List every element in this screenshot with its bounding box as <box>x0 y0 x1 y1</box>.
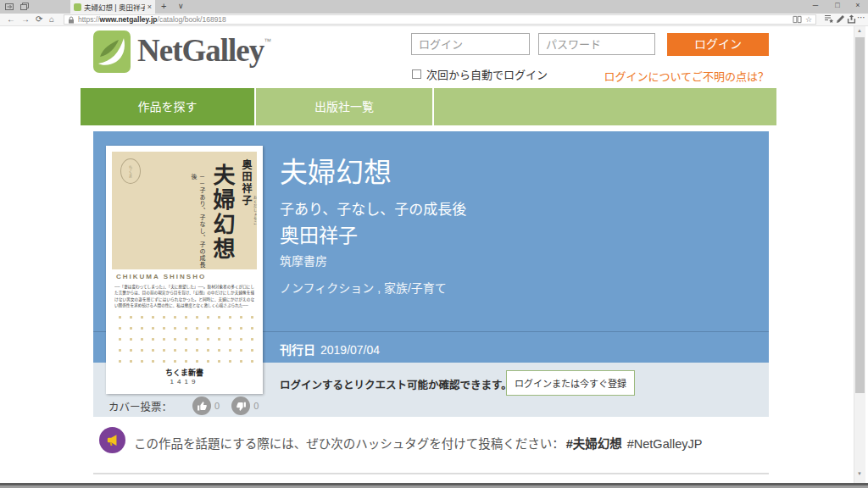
browser-tab-bar: 夫婦幻想 | 奥田祥子 | 筑 × + ∨ ─ □ × <box>0 0 868 14</box>
window-maximize-button[interactable]: □ <box>828 1 847 9</box>
login-input[interactable] <box>411 33 530 55</box>
logo-wordmark: NetGalley <box>137 30 264 71</box>
tab-close-icon[interactable]: × <box>147 3 152 11</box>
remember-checkbox[interactable] <box>412 69 421 79</box>
cover-blurb: ──「妻は変わってしまった」、「夫に絶望した」──。取材対象者の多くが口にした言… <box>114 284 254 309</box>
netgalley-logo-icon <box>93 30 131 76</box>
web-note-pen-icon[interactable] <box>836 14 845 24</box>
remember-login-row: 次回から自動でログイン <box>412 66 548 82</box>
thumbs-up-count: 0 <box>214 401 220 411</box>
login-or-register-button[interactable]: ログインまたは今すぐ登録 <box>506 370 635 396</box>
chikuma-seal-icon: ちくま <box>120 158 141 184</box>
scrollbar-down-icon[interactable]: ▼ <box>857 471 862 476</box>
window-bottom-edge <box>0 483 868 488</box>
cover-dot-pattern <box>114 312 254 364</box>
home-button[interactable]: ⌂ <box>49 14 54 24</box>
window-close-button[interactable]: × <box>849 1 867 9</box>
hashtag-title-tag[interactable]: #夫婦幻想 <box>566 437 622 451</box>
login-request-notice: ログインするとリクエスト可能か確認できます。 <box>280 376 512 392</box>
book-author[interactable]: 奥田祥子 <box>280 219 358 248</box>
thumbs-down-count: 0 <box>253 401 259 411</box>
tab-title: 夫婦幻想 | 奥田祥子 | 筑 <box>84 2 145 12</box>
hashtag-netgalley-tag[interactable]: #NetGalleyJP <box>627 437 703 451</box>
tab-list-chevron-icon[interactable]: ∨ <box>178 2 184 10</box>
scrollbar-up-icon[interactable]: ▲ <box>857 28 862 33</box>
url-text: https://www.netgalley.jp/catalog/book/16… <box>78 15 789 24</box>
thumbs-down-button[interactable] <box>231 396 250 415</box>
book-publisher[interactable]: 筑摩書房 <box>280 252 327 269</box>
site-favicon-icon <box>74 3 81 11</box>
pub-date-value: 2019/07/04 <box>320 343 380 357</box>
book-title: 夫婦幻想 <box>280 150 392 191</box>
remember-label: 次回から自動でログイン <box>426 66 548 82</box>
set-tabs-aside-icon[interactable] <box>3 2 15 12</box>
login-help-link[interactable]: ログインについてご不明の点は？ <box>604 68 769 84</box>
login-button[interactable]: ログイン <box>667 33 769 56</box>
scrollbar-thumb[interactable] <box>855 37 865 393</box>
section-divider <box>93 473 769 474</box>
cover-vote-row: カバー投票： 0 0 <box>108 396 270 415</box>
cover-series-number: 1419 <box>106 378 263 385</box>
book-subtitle: 子あり、子なし、子の成長後 <box>280 197 466 219</box>
cover-series-japanese: ちくま新書 <box>106 367 263 378</box>
cover-subtitle-vertical: ──子あり、子なし、子の成長後 <box>189 174 206 269</box>
lock-icon <box>68 16 75 24</box>
new-tab-button[interactable]: + <box>161 1 166 11</box>
forward-button[interactable]: → <box>21 14 30 24</box>
book-cover[interactable]: ちくま 奥田祥子 おくだしょうこ 夫婦幻想 ──子あり、子なし、子の成長後 CH… <box>106 146 263 394</box>
book-categories: ノンフィクション , 家族/子育て <box>280 279 447 296</box>
favorite-star-icon[interactable]: ☆ <box>805 15 812 24</box>
cover-author-furigana: おくだしょうこ <box>252 196 257 225</box>
share-icon[interactable] <box>847 14 856 24</box>
nav-tab-publisher-list[interactable]: 出版社一覧 <box>256 88 432 125</box>
thumbs-up-button[interactable] <box>192 396 211 415</box>
back-button[interactable]: ← <box>7 14 15 24</box>
cover-series-english: CHIKUMA SHINSHO <box>116 273 206 280</box>
cover-vote-label: カバー投票： <box>108 398 172 414</box>
cover-title-vertical: 夫婦幻想 <box>207 164 238 262</box>
megaphone-icon <box>99 427 125 453</box>
refresh-button[interactable]: ⟳ <box>36 14 42 24</box>
nav-tab-search-titles[interactable]: 作品を探す <box>81 88 254 125</box>
netgalley-logo[interactable]: NetGalley ™ <box>93 30 271 76</box>
tab-preview-icon[interactable] <box>19 2 31 12</box>
hub-favorites-icon[interactable] <box>824 14 834 24</box>
nav-bar-filler <box>434 88 776 125</box>
window-minimize-button[interactable]: ─ <box>806 1 825 9</box>
reading-view-icon[interactable] <box>793 15 802 24</box>
logo-trademark: ™ <box>264 37 271 46</box>
pub-date-label: 刊行日 <box>280 343 315 357</box>
password-input[interactable] <box>538 33 655 55</box>
more-options-icon[interactable]: ⋯ <box>857 13 865 22</box>
cover-art-area: ちくま 奥田祥子 おくだしょうこ 夫婦幻想 ──子あり、子なし、子の成長後 <box>112 152 257 269</box>
browser-tab[interactable]: 夫婦幻想 | 奥田祥子 | 筑 × <box>70 0 155 14</box>
hashtag-instruction: この作品を話題にする際には、ぜひ次のハッシュタグを付けて投稿ください：#夫婦幻想… <box>134 434 765 452</box>
hashtag-prefix: この作品を話題にする際には、ぜひ次のハッシュタグを付けて投稿ください： <box>134 437 565 451</box>
address-bar[interactable]: https://www.netgalley.jp/catalog/book/16… <box>64 14 816 25</box>
